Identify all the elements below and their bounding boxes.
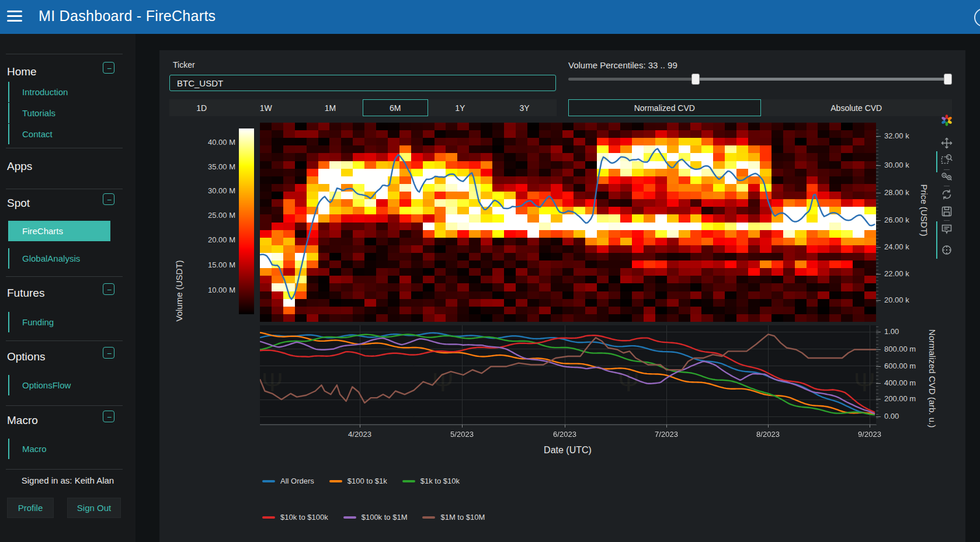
tick-label: 8/2023 [750, 430, 786, 439]
volume-percentiles-label: Volume Percentiles: 33 .. 99 [568, 60, 677, 70]
legend-item-100k-1m[interactable]: $100k to $1M [343, 513, 408, 522]
tick-label: 35.00 M [194, 162, 235, 171]
slider-max-handle[interactable] [944, 74, 952, 85]
box-zoom-icon[interactable] [940, 152, 953, 165]
price-minor-ticks [876, 130, 878, 303]
sidebar-section-home: Home [7, 65, 37, 78]
sidebar-section-options: Options [7, 350, 45, 363]
sidebar-item-funding[interactable]: Funding [8, 312, 110, 332]
legend-label: $100k to $1M [362, 513, 408, 522]
divider [6, 469, 123, 470]
divider [6, 189, 123, 189]
app-header: MI Dashboard - FireCharts [0, 0, 980, 34]
watermark-glyph: Ψ [262, 368, 283, 397]
tick-label: 20.00 M [194, 235, 235, 244]
reset-axes-icon[interactable] [940, 188, 953, 201]
modebar-separator [944, 186, 950, 186]
save-snapshot-icon[interactable] [940, 205, 953, 218]
tick-label: 6/2023 [547, 430, 582, 439]
profile-button[interactable]: Profile [7, 498, 54, 518]
collapse-spot-button[interactable]: − [103, 193, 114, 205]
divider [6, 341, 123, 341]
tick-label: 32.00 k [884, 131, 909, 140]
tick-mark [876, 366, 881, 367]
legend-swatch [262, 516, 275, 519]
legend-label: $1k to $10k [421, 477, 460, 485]
legend-item-100-1k[interactable]: $100 to $1k [329, 477, 387, 485]
sidebar-item-contact[interactable]: Contact [8, 124, 110, 144]
tick-mark [462, 425, 463, 428]
signed-in-text: Signed in as: Keith Alan [0, 475, 135, 485]
legend-item-1k-10k[interactable]: $1k to $10k [402, 477, 460, 485]
ticker-label: Ticker [173, 60, 195, 70]
help-icon[interactable] [974, 8, 980, 27]
tick-mark [876, 399, 881, 399]
app-title: MI Dashboard - FireCharts [39, 8, 216, 25]
cvd-line-chart[interactable] [260, 325, 876, 425]
sidebar-item-optionsflow[interactable]: OptionsFlow [8, 375, 110, 395]
collapse-options-button[interactable]: − [103, 347, 114, 359]
tick-label: 4/2023 [342, 430, 377, 439]
sidebar-section-macro: Macro [7, 414, 38, 427]
tick-label: 15.00 M [194, 260, 235, 269]
tick-label: 20.00 k [884, 296, 909, 304]
tick-label: 200.00 m [884, 394, 916, 403]
normalized-cvd-button[interactable]: Normalized CVD [568, 99, 761, 116]
divider [6, 276, 123, 277]
tick-mark [876, 165, 881, 166]
hamburger-menu-icon[interactable] [7, 11, 22, 23]
absolute-cvd-button[interactable]: Absolute CVD [761, 99, 953, 116]
range-button-1y[interactable]: 1Y [428, 99, 492, 116]
firechart-heatmap[interactable] [260, 123, 876, 322]
ticker-input[interactable] [169, 75, 556, 91]
plotly-logo-icon[interactable] [940, 114, 953, 127]
collapse-macro-button[interactable]: − [103, 411, 114, 422]
legend-swatch [402, 480, 415, 482]
range-button-3y[interactable]: 3Y [492, 99, 557, 116]
sidebar-item-macro[interactable]: Macro [8, 439, 110, 459]
tick-label: 22.00 k [884, 269, 909, 278]
legend-item-10k-100k[interactable]: $10k to $100k [262, 513, 328, 522]
tick-label: 26.00 k [884, 216, 909, 224]
tick-label: 9/2023 [852, 430, 887, 439]
sidebar-item-globalanalysis[interactable]: GlobalAnalysis [8, 248, 110, 269]
tick-label: 800.00 m [884, 345, 916, 353]
sidebar-item-firecharts[interactable]: FireCharts [8, 221, 110, 241]
slider-min-handle[interactable] [691, 74, 700, 85]
hover-tooltip-icon[interactable] [940, 223, 953, 235]
range-button-1w[interactable]: 1W [234, 99, 298, 116]
signout-button[interactable]: Sign Out [67, 498, 121, 518]
sidebar-item-tutorials[interactable]: Tutorials [8, 103, 110, 123]
sidebar-section-apps: Apps [7, 160, 32, 173]
collapse-futures-button[interactable]: − [103, 283, 114, 295]
cvd-toggle-bar: Normalized CVD Absolute CVD [568, 99, 952, 116]
modebar-active-indicator [936, 151, 937, 172]
volume-percentile-slider[interactable] [568, 78, 951, 81]
legend-swatch [343, 516, 356, 519]
tick-label: 28.00 k [884, 188, 909, 197]
spikelines-icon[interactable] [940, 244, 953, 256]
tick-mark [768, 425, 769, 428]
pan-tool-icon[interactable] [940, 137, 953, 150]
date-axis-title: Date (UTC) [544, 445, 592, 456]
tick-label: 25.00 M [194, 211, 235, 220]
tick-label: 0.00 [884, 412, 899, 421]
sidebar-item-introduction[interactable]: Introduction [8, 82, 110, 102]
legend-item-1m-10m[interactable]: $1M to $10M [422, 513, 485, 522]
tick-mark [876, 274, 881, 275]
collapse-home-button[interactable]: − [103, 62, 114, 74]
range-button-6m[interactable]: 6M [363, 99, 428, 116]
range-button-1d[interactable]: 1D [169, 99, 234, 116]
legend-label: $1M to $10M [440, 513, 485, 522]
watermark-glyph: Ψ [618, 368, 640, 397]
range-button-1m[interactable]: 1M [298, 99, 362, 116]
tick-label: 1.00 [884, 327, 899, 336]
tick-label: 400.00 m [884, 378, 916, 387]
x-axis-line [260, 425, 877, 425]
tick-label: 10.00 M [194, 286, 235, 294]
legend-swatch [422, 516, 435, 519]
tick-label: 30.00 k [884, 161, 909, 169]
zoom-in-out-icon[interactable] [940, 171, 953, 183]
legend-swatch [262, 480, 275, 482]
legend-item-all-orders[interactable]: All Orders [262, 477, 314, 485]
